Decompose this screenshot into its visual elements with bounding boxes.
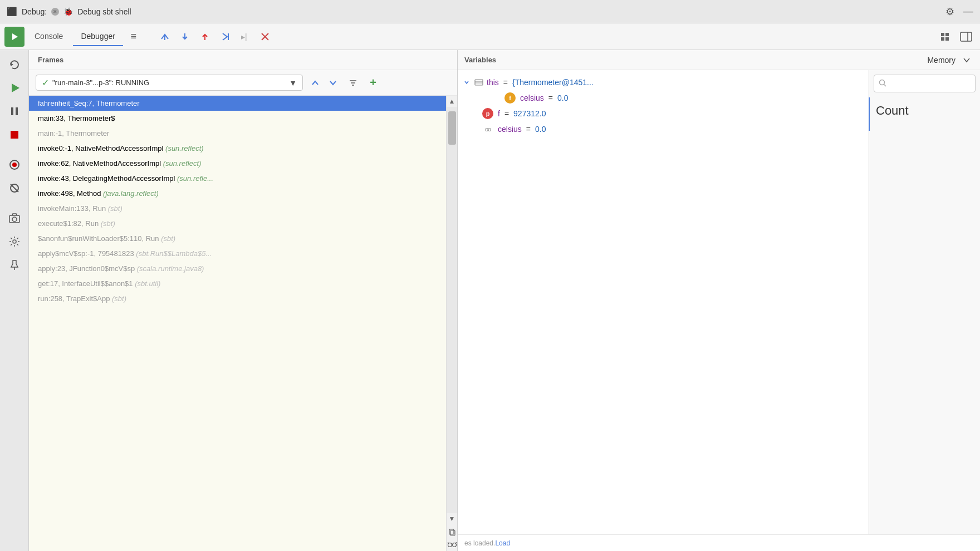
frame-item[interactable]: execute$1:82, Run (sbt) <box>29 216 446 231</box>
layout-btn[interactable] <box>935 27 954 46</box>
frame-down-btn[interactable] <box>325 75 341 91</box>
menu-icon[interactable]: ≡ <box>125 28 142 45</box>
frame-item[interactable]: get:17, InterfaceUtil$$anon$1 (sbt.util) <box>29 276 446 291</box>
variables-title: Variables <box>464 56 927 64</box>
thread-dropdown-icon: ▼ <box>289 78 297 87</box>
frame-item[interactable]: fahrenheit_$eq:7, Thermometer <box>29 96 446 111</box>
svg-marker-12 <box>11 63 13 66</box>
frame-item[interactable]: $anonfun$runWithLoader$5:110, Run (sbt) <box>29 231 446 246</box>
panels: Frames ✓ "run-main-3"...p-3": RUNNING ▼ <box>29 50 980 551</box>
svg-point-18 <box>12 163 17 167</box>
mute-breakpoints-btn[interactable] <box>256 27 275 46</box>
eval-expression-btn[interactable]: ▸| <box>236 27 254 46</box>
minimize-icon[interactable]: — <box>963 6 973 17</box>
step-into-btn[interactable] <box>175 27 194 46</box>
pin-icon[interactable] <box>4 255 24 275</box>
scroll-up-btn[interactable]: ▲ <box>447 96 458 107</box>
variables-panel: Variables Memory <box>458 50 980 551</box>
svg-point-27 <box>448 543 452 547</box>
frame-list-container: fahrenheit_$eq:7, Thermometer main:33, T… <box>29 96 457 551</box>
pause-icon[interactable] <box>4 101 24 121</box>
svg-line-31 <box>456 542 457 543</box>
coverage-icon[interactable] <box>4 155 24 175</box>
svg-rect-14 <box>11 107 13 115</box>
resume-icon[interactable] <box>4 78 24 98</box>
var-row-celsius-oo[interactable]: oo celsius = 0.0 <box>458 121 869 137</box>
frame-item[interactable]: invoke:62, NativeMethodAccessorImpl (sun… <box>29 156 446 171</box>
thread-selector[interactable]: ✓ "run-main-3"...p-3": RUNNING ▼ <box>36 75 303 91</box>
debug-sbt-icon: 🐞 <box>63 7 73 16</box>
stop-icon[interactable] <box>4 125 24 145</box>
var-name-this: this <box>487 78 499 87</box>
scroll-down-btn[interactable]: ▼ <box>447 513 458 524</box>
frame-item[interactable]: run:258, TrapExit$App (sbt) <box>29 291 446 306</box>
var-name-celsius-oo: celsius <box>498 125 522 134</box>
var-expand-this[interactable] <box>462 78 471 87</box>
tab-console[interactable]: Console <box>27 27 71 46</box>
var-value-celsius-oo: 0.0 <box>535 125 546 134</box>
var-name-celsius-child: celsius <box>520 94 544 102</box>
filter-btn[interactable] <box>345 75 361 91</box>
frame-item[interactable]: apply$mcV$sp:-1, 795481823 (sbt.Run$$Lam… <box>29 246 446 261</box>
svg-marker-13 <box>12 83 19 92</box>
camera-icon[interactable] <box>4 208 24 228</box>
frame-item[interactable]: main:-1, Thermometer <box>29 126 446 141</box>
scroll-track[interactable] <box>447 107 457 513</box>
svg-line-36 <box>884 84 886 86</box>
title-bar-text: Debug sbt shell <box>77 7 131 16</box>
var-value-celsius-child: 0.0 <box>557 94 568 102</box>
variables-status: es loaded. Load <box>458 534 980 551</box>
thread-nav-btns <box>307 75 341 91</box>
step-over-up-btn[interactable] <box>155 27 174 46</box>
svg-rect-15 <box>16 107 18 115</box>
frame-item[interactable]: main:33, Thermometer$ <box>29 111 446 126</box>
add-frame-btn[interactable]: + <box>365 75 381 91</box>
debug-label: Debug: <box>22 7 47 16</box>
var-eq-f: = <box>504 109 509 118</box>
frames-header: Frames <box>29 50 457 70</box>
svg-rect-7 <box>945 33 949 36</box>
var-row-celsius-child[interactable]: f celsius = 0.0 <box>471 90 869 106</box>
settings-icon[interactable] <box>4 232 24 252</box>
frame-item[interactable]: invokeMain:133, Run (sbt) <box>29 201 446 216</box>
load-link[interactable]: Load <box>495 539 510 547</box>
frame-item[interactable]: invoke0:-1, NativeMethodAccessorImpl (su… <box>29 141 446 156</box>
debug-icon: ⬛ <box>7 7 17 17</box>
memory-search-icon <box>879 79 886 88</box>
settings-gear-icon[interactable]: ⚙ <box>945 6 954 18</box>
memory-search-input[interactable] <box>889 80 980 88</box>
frame-scroll-sidebar: ▲ ▼ <box>446 96 457 551</box>
copy-btn[interactable] <box>447 527 458 538</box>
frame-item[interactable]: invoke:43, DelegatingMethodAccessorImpl … <box>29 171 446 186</box>
svg-point-23 <box>13 240 16 243</box>
tab-debugger[interactable]: Debugger <box>73 27 123 46</box>
var-no-expand-f <box>471 109 480 118</box>
run-to-cursor-btn[interactable] <box>215 27 234 46</box>
var-eq-celsius-oo: = <box>526 125 531 134</box>
glasses-btn[interactable] <box>447 538 458 551</box>
memory-sidebar: Count <box>869 70 980 534</box>
count-label: Count <box>874 97 976 120</box>
memory-dropdown-btn[interactable] <box>960 53 973 67</box>
tab-close-btn[interactable]: ✕ <box>51 8 59 16</box>
status-text: es loaded. <box>464 539 495 547</box>
svg-text:▸|: ▸| <box>241 32 247 41</box>
frame-item[interactable]: invoke:498, Method (java.lang.reflect) <box>29 186 446 201</box>
var-row-f[interactable]: p f = 927312.0 <box>458 106 869 121</box>
rerun-icon[interactable] <box>4 55 24 75</box>
frame-up-btn[interactable] <box>307 75 323 91</box>
var-icon-p-f: p <box>482 108 493 119</box>
var-icon-f: f <box>504 92 516 104</box>
svg-rect-26 <box>449 529 454 534</box>
svg-rect-32 <box>475 80 483 85</box>
step-out-btn[interactable] <box>195 27 214 46</box>
svg-rect-9 <box>945 37 949 41</box>
run-button[interactable] <box>4 27 24 47</box>
frames-panel: Frames ✓ "run-main-3"...p-3": RUNNING ▼ <box>29 50 458 551</box>
var-eq-celsius-child: = <box>548 94 553 102</box>
var-row-this[interactable]: this = {Thermometer@1451... <box>458 75 869 90</box>
frame-item[interactable]: apply:23, JFunction0$mcV$sp (scala.runti… <box>29 261 446 276</box>
panel-toggle-btn[interactable] <box>957 27 976 46</box>
var-name-f: f <box>498 109 500 118</box>
mute-icon[interactable] <box>4 178 24 198</box>
